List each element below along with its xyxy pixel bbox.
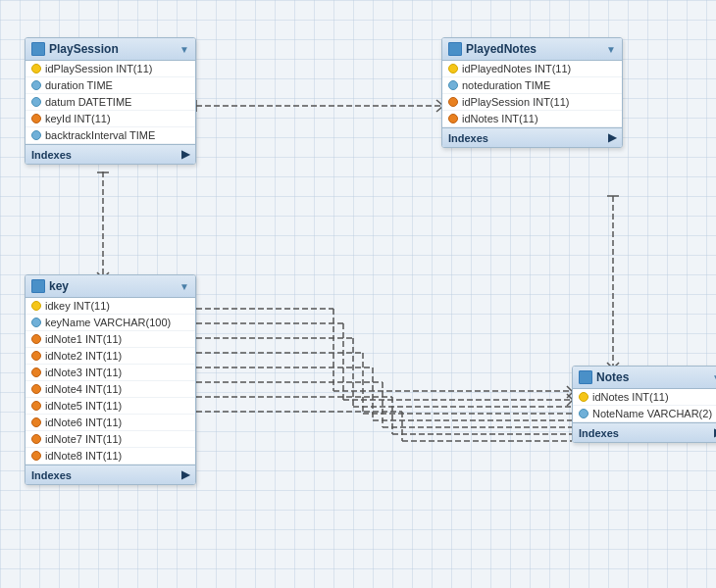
fk-icon	[31, 401, 41, 411]
table-playsession: PlaySession ▼ idPlaySession INT(11) dura…	[25, 37, 196, 165]
table-row: NoteName VARCHAR(2)	[573, 406, 716, 422]
table-header-playednotes[interactable]: PlayedNotes ▼	[442, 38, 622, 61]
table-row: datum DATETIME	[26, 94, 195, 111]
fk-icon	[31, 434, 41, 444]
field-icon	[31, 130, 41, 140]
field-icon	[448, 80, 458, 90]
table-notes: Notes ▼ idNotes INT(11) NoteName VARCHAR…	[572, 366, 716, 443]
field-label: keyId INT(11)	[45, 113, 111, 124]
table-icon-notes	[579, 370, 592, 384]
field-label: idNote5 INT(11)	[45, 400, 122, 412]
field-icon	[31, 97, 41, 107]
table-title-notes: Notes	[596, 370, 629, 384]
table-row: idNote7 INT(11)	[26, 431, 195, 448]
indexes-arrow: ▶	[608, 131, 616, 144]
indexes-label: Indexes	[448, 132, 488, 144]
table-row: idPlaySession INT(11)	[442, 94, 622, 111]
field-label: noteduration TIME	[462, 79, 550, 91]
field-label: duration TIME	[45, 79, 113, 91]
field-label: keyName VARCHAR(100)	[45, 317, 171, 328]
table-header-key[interactable]: key ▼	[26, 275, 195, 298]
indexes-label: Indexes	[31, 469, 72, 481]
fk-icon	[31, 334, 41, 344]
table-row: backtrackInterval TIME	[26, 127, 195, 144]
indexes-arrow: ▶	[181, 148, 189, 161]
header-arrow-notes: ▼	[712, 372, 716, 383]
table-playednotes: PlayedNotes ▼ idPlayedNotes INT(11) note…	[441, 37, 623, 148]
field-label: idNote7 INT(11)	[45, 433, 122, 445]
field-icon	[31, 80, 41, 90]
fk-icon	[31, 451, 41, 461]
pk-icon	[31, 301, 41, 311]
field-icon	[579, 409, 588, 418]
table-indexes-playednotes[interactable]: Indexes ▶	[442, 127, 622, 147]
field-label: idNote3 INT(11)	[45, 367, 122, 378]
table-key: key ▼ idkey INT(11) keyName VARCHAR(100)…	[25, 274, 196, 485]
field-label: backtrackInterval TIME	[45, 129, 155, 141]
table-title-key: key	[49, 279, 69, 293]
table-row: idNote8 INT(11)	[26, 448, 195, 465]
table-header-playsession[interactable]: PlaySession ▼	[26, 38, 195, 61]
fk-icon	[31, 114, 41, 123]
table-row: idPlayedNotes INT(11)	[442, 61, 622, 77]
fk-icon	[448, 97, 458, 107]
table-header-notes[interactable]: Notes ▼	[573, 367, 716, 389]
header-arrow-playednotes: ▼	[606, 44, 616, 55]
field-label: idNotes INT(11)	[592, 391, 669, 403]
header-arrow-key: ▼	[179, 281, 189, 292]
table-row: idNotes INT(11)	[573, 389, 716, 406]
pk-icon	[31, 64, 41, 74]
table-row: idNote6 INT(11)	[26, 415, 195, 431]
field-label: idNotes INT(11)	[462, 113, 538, 124]
field-label: idPlaySession INT(11)	[462, 96, 569, 108]
field-label: idPlayedNotes INT(11)	[462, 63, 571, 74]
table-indexes-notes[interactable]: Indexes ▶	[573, 422, 716, 442]
fk-icon	[31, 417, 41, 427]
indexes-label: Indexes	[579, 427, 619, 439]
header-arrow-playsession: ▼	[179, 44, 189, 55]
field-label: NoteName VARCHAR(2)	[592, 408, 712, 419]
table-row: noteduration TIME	[442, 77, 622, 94]
table-row: idNote4 INT(11)	[26, 381, 195, 398]
field-label: idkey INT(11)	[45, 300, 110, 312]
field-label: idNote1 INT(11)	[45, 333, 122, 345]
fk-icon	[31, 384, 41, 394]
table-row: idNotes INT(11)	[442, 111, 622, 127]
table-title-playednotes: PlayedNotes	[466, 42, 537, 56]
table-row: idNote5 INT(11)	[26, 398, 195, 415]
field-label: idNote8 INT(11)	[45, 450, 122, 462]
pk-icon	[579, 392, 588, 402]
fk-icon	[31, 351, 41, 361]
table-indexes-playsession[interactable]: Indexes ▶	[26, 144, 195, 164]
field-label: idNote4 INT(11)	[45, 383, 122, 395]
pk-icon	[448, 64, 458, 74]
field-label: idNote2 INT(11)	[45, 350, 122, 362]
fk-icon	[448, 114, 458, 123]
indexes-arrow: ▶	[181, 468, 189, 481]
table-row: duration TIME	[26, 77, 195, 94]
table-icon-playsession	[31, 42, 45, 56]
fk-icon	[31, 368, 41, 377]
indexes-label: Indexes	[31, 149, 72, 161]
field-label: idNote6 INT(11)	[45, 416, 122, 428]
field-label: idPlaySession INT(11)	[45, 63, 152, 74]
table-row: idNote3 INT(11)	[26, 365, 195, 381]
table-row: idkey INT(11)	[26, 298, 195, 315]
field-label: datum DATETIME	[45, 96, 131, 108]
table-row: idPlaySession INT(11)	[26, 61, 195, 77]
table-indexes-key[interactable]: Indexes ▶	[26, 465, 195, 484]
field-icon	[31, 318, 41, 327]
table-row: idNote2 INT(11)	[26, 348, 195, 365]
table-icon-playednotes	[448, 42, 462, 56]
table-row: idNote1 INT(11)	[26, 331, 195, 348]
table-row: keyId INT(11)	[26, 111, 195, 127]
table-row: keyName VARCHAR(100)	[26, 315, 195, 331]
table-icon-key	[31, 279, 45, 293]
table-title-playsession: PlaySession	[49, 42, 119, 56]
